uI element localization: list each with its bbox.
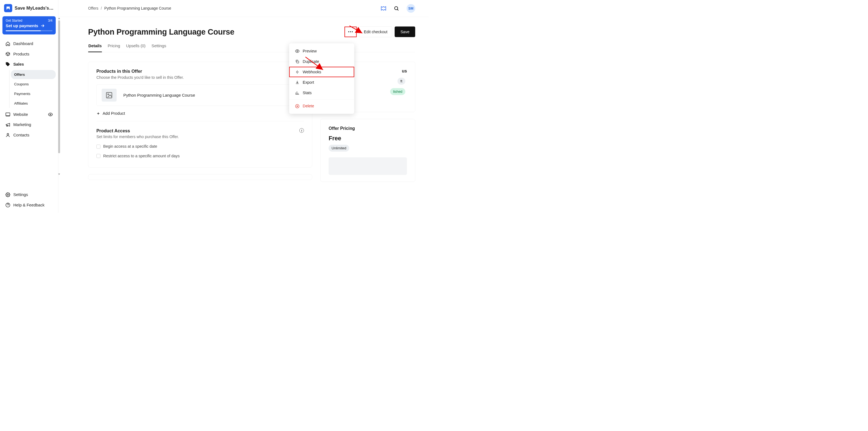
svg-point-3 (7, 194, 8, 195)
product-name: Python Programming Language Course (123, 93, 195, 97)
avatar[interactable]: SM (407, 4, 415, 13)
download-icon (295, 80, 300, 85)
status-pill-draft: ft (397, 78, 405, 85)
pricing-pill-unlimited: Unlimited (329, 145, 349, 152)
search-icon[interactable] (394, 6, 399, 11)
progress-bar (6, 30, 53, 31)
app-logo (4, 4, 12, 12)
nav-website[interactable]: Website (2, 109, 56, 120)
menu-stats[interactable]: Stats (289, 88, 354, 98)
pricing-price: Free (329, 135, 407, 142)
menu-preview[interactable]: Preview (289, 46, 354, 56)
checkbox[interactable] (96, 145, 100, 149)
tag-icon (5, 62, 10, 67)
svg-rect-6 (106, 93, 112, 98)
breadcrumb-current: Python Programming Language Course (104, 6, 171, 10)
delete-icon (295, 104, 300, 109)
tab-settings[interactable]: Settings (151, 41, 166, 52)
sidebar-bottom: Settings Help & Feedback (0, 190, 58, 210)
menu-duplicate[interactable]: Duplicate (289, 56, 354, 67)
pricing-placeholder (329, 157, 407, 175)
webhooks-icon (295, 70, 300, 74)
access-option-restrict-days[interactable]: Restrict access to a specific amount of … (96, 151, 304, 161)
megaphone-icon (5, 122, 10, 127)
next-card-peek (88, 174, 312, 180)
copy-icon (295, 59, 300, 64)
subnav-payments[interactable]: Payments (11, 89, 56, 98)
get-started-card[interactable]: Get Started 3/4 Set up payments (2, 16, 56, 34)
main-nav: Dashboard Products Sales Offers Coupons … (0, 38, 58, 189)
arrow-right-icon (40, 23, 45, 28)
breadcrumb-separator: / (101, 6, 102, 10)
user-icon (5, 132, 10, 137)
get-started-action: Set up payments (6, 23, 38, 28)
image-icon (105, 91, 113, 99)
menu-delete[interactable]: Delete (289, 101, 354, 112)
stats-icon (295, 91, 300, 95)
menu-webhooks[interactable]: Webhooks (289, 67, 354, 77)
get-started-progress: 3/4 (48, 19, 53, 23)
svg-point-8 (297, 51, 298, 52)
help-icon (5, 203, 10, 208)
page-title: Python Programming Language Course (88, 27, 235, 36)
box-icon (5, 52, 10, 57)
menu-export[interactable]: Export (289, 77, 354, 88)
subnav-affiliates[interactable]: Affiliates (11, 99, 56, 108)
svg-point-1 (50, 114, 51, 115)
pricing-card: Offer Pricing Free Unlimited (320, 119, 415, 182)
topbar: Offers / Python Programming Language Cou… (58, 0, 429, 17)
book-icon[interactable] (381, 6, 386, 11)
monitor-icon (5, 112, 10, 117)
eye-icon[interactable] (48, 112, 53, 117)
breadcrumb-parent[interactable]: Offers (88, 6, 98, 10)
status-pill-published: lished (390, 88, 405, 95)
nav-sales[interactable]: Sales (2, 59, 56, 69)
pricing-card-title: Offer Pricing (329, 126, 407, 131)
gear-icon (5, 192, 10, 197)
product-row[interactable]: Python Programming Language Course (96, 85, 304, 106)
home-icon (5, 41, 10, 46)
svg-point-7 (108, 94, 109, 95)
sidebar: Save MyLeads's F… Get Started 3/4 Set up… (0, 0, 58, 213)
eye-icon (295, 49, 300, 53)
products-card-subtitle: Choose the Products you'd like to sell i… (96, 75, 304, 80)
nav-contacts[interactable]: Contacts (2, 130, 56, 140)
workspace-switcher[interactable]: Save MyLeads's F… (0, 3, 58, 16)
subnav-coupons[interactable]: Coupons (11, 80, 56, 89)
svg-point-2 (7, 133, 9, 135)
sales-subnav: Offers Coupons Payments Affiliates (9, 70, 56, 108)
products-card: Products in this Offer Choose the Produc… (88, 62, 312, 167)
tab-upsells[interactable]: Upsells (0) (126, 41, 146, 52)
tabs: Details Pricing Upsells (0) Settings (88, 41, 415, 52)
get-started-label: Get Started (6, 19, 23, 23)
svg-rect-0 (6, 113, 10, 116)
edit-checkout-button[interactable]: Edit checkout (359, 26, 392, 37)
main: Offers / Python Programming Language Cou… (58, 0, 429, 213)
save-button[interactable]: Save (395, 26, 415, 37)
svg-rect-9 (297, 61, 299, 63)
dots-icon (348, 31, 353, 32)
more-actions-button[interactable] (344, 27, 356, 37)
breadcrumb: Offers / Python Programming Language Cou… (88, 6, 171, 11)
access-subtitle: Set limits for members who purchase this… (96, 135, 179, 139)
add-product-button[interactable]: Add Product (96, 110, 304, 121)
tab-details[interactable]: Details (88, 41, 102, 52)
access-option-begin-date[interactable]: Begin access at a specific date (96, 142, 304, 151)
workspace-name: Save MyLeads's F… (14, 5, 54, 11)
nav-products[interactable]: Products (2, 49, 56, 59)
nav-settings[interactable]: Settings (2, 190, 56, 200)
nav-dashboard[interactable]: Dashboard (2, 38, 56, 49)
access-title: Product Access (96, 128, 179, 133)
product-thumbnail (102, 89, 117, 101)
nav-marketing[interactable]: Marketing (2, 120, 56, 130)
checkbox[interactable] (96, 154, 100, 158)
nav-help[interactable]: Help & Feedback (2, 200, 56, 210)
plus-icon (96, 112, 100, 116)
products-card-title: Products in this Offer (96, 69, 304, 74)
tab-pricing[interactable]: Pricing (107, 41, 120, 52)
svg-point-5 (395, 7, 398, 10)
more-actions-menu: Preview Duplicate Webhooks Export Stats (289, 43, 354, 114)
info-icon[interactable]: i (300, 128, 304, 133)
subnav-offers[interactable]: Offers (11, 70, 56, 79)
